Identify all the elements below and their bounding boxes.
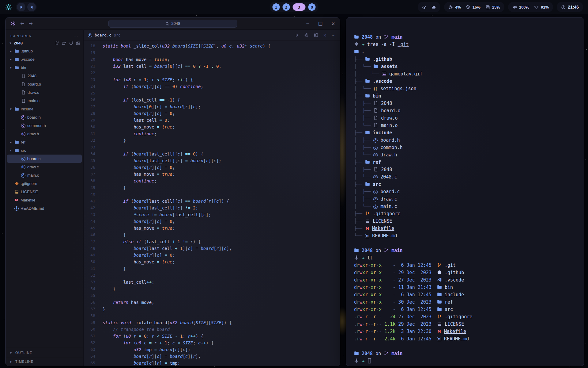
code-line[interactable]: 32 } [84, 137, 340, 144]
code-line[interactable]: 21 i32 last_cell = board[0][c] == 0 ? -1… [84, 63, 340, 70]
code-line[interactable]: 59static void _rotate_board(u32 board[SI… [84, 319, 340, 326]
explorer-item[interactable]: ▸.vscode [7, 55, 82, 63]
code-line[interactable]: 64 board[r][c] = board[c][r]; [84, 353, 340, 360]
explorer-item[interactable]: board.o [7, 80, 82, 88]
terminal-content[interactable]: 2048 on main → tree -a -I .git .├── .git… [346, 17, 584, 366]
code-line[interactable]: 48 board[last_cell + 1][c] = board[r][c]… [84, 245, 340, 252]
code-line[interactable]: 53 last_cell++; [84, 279, 340, 286]
code-line[interactable]: 30 has_move = true; [84, 124, 340, 130]
code-line[interactable]: 38 continue; [84, 178, 340, 184]
levels-widget[interactable]: 100%91% [508, 2, 553, 12]
code-line[interactable]: 18static bool _slide_col(u32 board[SIZE]… [84, 43, 340, 49]
media-next-button[interactable] [27, 3, 36, 11]
explorer-item[interactable]: main.o [7, 97, 82, 105]
code-line[interactable]: 19 [84, 49, 340, 56]
explorer-root-folder[interactable]: ▾ 2048 [6, 40, 83, 46]
collapse-folders-button[interactable] [76, 41, 80, 45]
code-line[interactable]: 29 last_cell = 0; [84, 117, 340, 124]
editor-settings-button[interactable] [304, 33, 309, 37]
media-prev-button[interactable] [17, 3, 25, 11]
code-line[interactable]: 51 } [84, 265, 340, 272]
terminal-window[interactable]: 2048 on main → tree -a -I .git .├── .git… [346, 17, 584, 366]
explorer-item[interactable]: Cdraw.h [7, 130, 82, 138]
code-line[interactable]: 27 board[0][c] = board[r][c]; [84, 103, 340, 110]
explorer-item[interactable]: ▾src [7, 146, 82, 155]
search-input[interactable]: 2048 [172, 21, 180, 26]
explorer-item[interactable]: ▾bin [7, 63, 82, 72]
code-line[interactable]: 56 return has_move; [84, 299, 340, 306]
explorer-item[interactable]: draw.o [7, 88, 82, 97]
code-line[interactable]: 36 board[r][c] = 0; [84, 164, 340, 171]
explorer-item[interactable]: LICENSE [7, 188, 82, 196]
code-line[interactable]: 33 [84, 144, 340, 151]
code-line[interactable]: 58 [84, 312, 340, 319]
explorer-item[interactable]: ▸ref [7, 138, 82, 146]
code-line[interactable]: 28 board[r][c] = 0; [84, 110, 340, 117]
code-line[interactable]: 63 u32 tmp = board[r][c]; [84, 346, 340, 353]
workspace-8[interactable]: 8 [308, 3, 316, 11]
explorer-item[interactable]: Cdraw.c [7, 163, 82, 171]
panel-outline[interactable]: ▸OUTLINE [6, 348, 83, 357]
refresh-explorer-button[interactable] [69, 41, 73, 45]
close-editor-button[interactable]: × [323, 33, 327, 38]
code-line[interactable]: 22 [84, 70, 340, 76]
explorer-item[interactable]: ▾include [7, 105, 82, 113]
new-folder-button[interactable] [62, 41, 66, 45]
workspace-3[interactable]: 3 [293, 3, 306, 11]
explorer-item[interactable]: Cboard.c [7, 155, 82, 163]
explorer-item[interactable]: .gitignore [7, 179, 82, 188]
code-line[interactable]: 24 if (board[r][c] == 0) continue; [84, 83, 340, 90]
close-button[interactable]: × [331, 21, 335, 26]
code-line[interactable]: 25 [84, 90, 340, 97]
system-logo-icon[interactable] [5, 3, 12, 11]
panel-timeline[interactable]: ▸TIMELINE [6, 357, 83, 366]
tab-board-c[interactable]: C board.c src [88, 33, 120, 38]
code-line[interactable]: 34 if (board[last_cell][c] == 0) { [84, 151, 340, 157]
editor-more-button[interactable]: ··· [332, 33, 336, 38]
code-line[interactable]: 62 for (u8 c = r + 1; c < SIZE; c++) { [84, 339, 340, 346]
workspace-2[interactable]: 2 [283, 3, 290, 11]
code-line[interactable]: 43 *score += board[last_cell][c]; [84, 211, 340, 218]
search-box[interactable]: 2048 [108, 20, 237, 28]
explorer-item[interactable]: Ccommon.h [7, 121, 82, 130]
explorer-item[interactable]: Cmain.c [7, 171, 82, 179]
split-editor-button[interactable] [314, 33, 318, 37]
new-file-button[interactable] [55, 41, 59, 45]
code-line[interactable]: 20 bool has_move = false; [84, 56, 340, 63]
nav-forward-button[interactable]: → [28, 21, 32, 26]
maximize-button[interactable]: □ [318, 21, 322, 26]
minimize-button[interactable]: − [306, 21, 310, 26]
explorer-item[interactable]: iREADME.md [7, 204, 82, 213]
code-line[interactable]: 45 has_move = true; [84, 225, 340, 232]
code-line[interactable]: 39 } [84, 184, 340, 191]
explorer-item[interactable]: 2048 [7, 72, 82, 80]
code-line[interactable]: 52 [84, 272, 340, 279]
code-line[interactable]: 31 continue; [84, 130, 340, 137]
code-editor[interactable]: 18static bool _slide_col(u32 board[SIZE]… [84, 41, 340, 366]
code-line[interactable]: 47 else if (last_cell + 1 != r) { [84, 238, 340, 245]
code-line[interactable]: 49 board[r][c] = 0; [84, 252, 340, 259]
code-line[interactable]: 23 for (u8 r = 1; r < SIZE; r++) { [84, 76, 340, 83]
code-line[interactable]: 57} [84, 306, 340, 312]
code-line[interactable]: 55 [84, 292, 340, 299]
code-line[interactable]: 60 // transpose the board [84, 326, 340, 333]
code-line[interactable]: 65 board[c][r] = tmp; [84, 360, 340, 366]
code-line[interactable]: 61 for (u8 r = 0; r < SIZE - 1; r++) { [84, 333, 340, 339]
explorer-item[interactable]: MMakefile [7, 196, 82, 204]
code-line[interactable]: 50 has_move = true; [84, 259, 340, 265]
code-line[interactable]: 42 board[last_cell][c] *= 2; [84, 205, 340, 211]
workspace-1[interactable]: 1 [273, 3, 280, 11]
code-line[interactable]: 37 has_move = true; [84, 171, 340, 178]
code-line[interactable]: 46 } [84, 232, 340, 238]
nav-back-button[interactable]: ← [20, 21, 24, 26]
run-button[interactable] [295, 33, 299, 37]
code-line[interactable]: 41 if (board[last_cell][c] == board[r][c… [84, 198, 340, 205]
explorer-item[interactable]: ▸.github [7, 47, 82, 55]
code-line[interactable]: 44 board[r][c] = 0; [84, 218, 340, 225]
explorer-more-button[interactable]: ··· [74, 33, 78, 38]
explorer-item[interactable]: Cboard.h [7, 113, 82, 121]
code-line[interactable]: 40 [84, 191, 340, 198]
code-line[interactable]: 35 board[last_cell][c] = board[r][c]; [84, 157, 340, 164]
code-line[interactable]: 54 } [84, 286, 340, 292]
code-line[interactable]: 26 if (last_cell == -1) { [84, 97, 340, 103]
